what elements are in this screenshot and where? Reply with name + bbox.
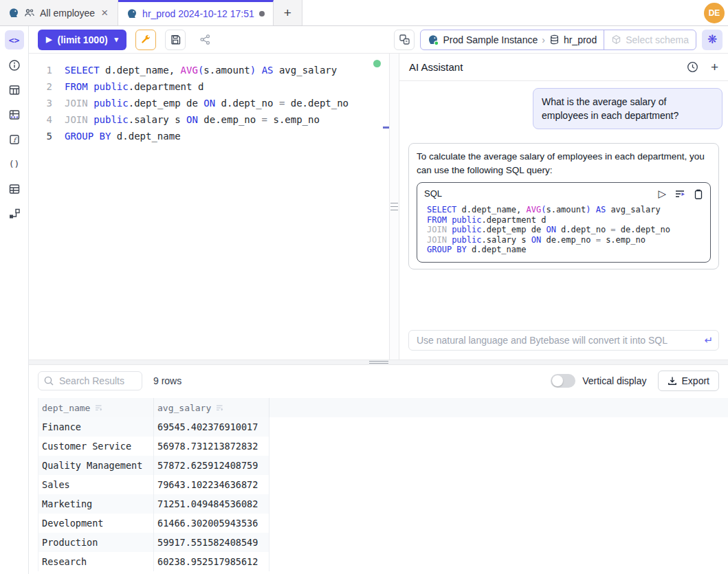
- results-panel: 9 rows Vertical display Export dept_name…: [29, 365, 728, 574]
- assistant-intro-text: To calculate the average salary of emplo…: [417, 151, 705, 175]
- editor-line[interactable]: 2FROM public.department d: [29, 78, 389, 95]
- run-code-button[interactable]: ▷: [658, 187, 666, 201]
- column-header[interactable]: dept_name: [38, 398, 154, 417]
- editor-line[interactable]: 5GROUP BY d.dept_name: [29, 128, 389, 144]
- sidebar-item-data[interactable]: [5, 105, 24, 124]
- sidebar-item-tables[interactable]: [5, 80, 24, 99]
- table-cell[interactable]: 59917.551582408549: [154, 533, 269, 552]
- table-row[interactable]: Production59917.551582408549: [38, 533, 269, 552]
- table-cell[interactable]: 71251.049484536082: [154, 494, 269, 514]
- history-clock-icon[interactable]: [687, 61, 698, 73]
- copy-code-button[interactable]: [694, 189, 703, 199]
- table-row[interactable]: Quality Management57872.625912408759: [38, 456, 269, 475]
- table-cell[interactable]: Production: [38, 533, 154, 552]
- table-cell[interactable]: 60238.952517985612: [154, 552, 269, 571]
- results-body: Finance69545.402376910017Customer Servic…: [38, 417, 728, 571]
- sort-icon[interactable]: [215, 404, 224, 412]
- tab-all-employee[interactable]: All employee ×: [0, 0, 118, 25]
- table-cell[interactable]: Finance: [38, 417, 154, 437]
- ai-code-line: JOIN public.salary s ON de.emp_no = s.em…: [427, 235, 703, 245]
- line-number: 2: [29, 78, 52, 95]
- share-icon: [199, 34, 211, 45]
- table-cell[interactable]: Marketing: [38, 494, 154, 514]
- sql-editor[interactable]: 1SELECT d.dept_name, AVG(s.amount) AS av…: [29, 54, 389, 360]
- table-cell[interactable]: Research: [38, 552, 154, 571]
- avatar[interactable]: DE: [704, 3, 725, 23]
- insert-into-editor-button[interactable]: [674, 189, 685, 199]
- ai-panel-title: AI Assistant: [409, 61, 463, 73]
- table-cell[interactable]: 69545.402376910017: [154, 417, 269, 437]
- table-cell[interactable]: Quality Management: [38, 456, 154, 475]
- close-icon[interactable]: ×: [100, 7, 109, 19]
- code-text: GROUP BY d.dept_name: [52, 128, 181, 144]
- new-chat-button[interactable]: +: [711, 60, 718, 75]
- tab-hr-prod[interactable]: hr_prod 2024-10-12 17:51: [118, 0, 274, 25]
- row-count: 9 rows: [153, 375, 181, 386]
- table-cell[interactable]: 56978.731213872832: [154, 437, 269, 456]
- ai-code-line: SELECT d.dept_name, AVG(s.amount) AS avg…: [427, 205, 703, 215]
- cube-icon: [611, 34, 621, 45]
- sidebar-item-functions[interactable]: f: [5, 130, 24, 148]
- horizontal-splitter[interactable]: [29, 360, 728, 365]
- schema-placeholder: Select schema: [626, 34, 689, 45]
- bytebase-sql-editor: All employee × hr_prod 2024-10-12 17:51 …: [0, 0, 728, 574]
- sidebar-item-views[interactable]: [5, 179, 24, 198]
- results-toolbar: 9 rows Vertical display Export: [29, 365, 728, 397]
- table-row[interactable]: Marketing71251.049484536082: [38, 494, 269, 514]
- editor-line[interactable]: 3JOIN public.dept_emp de ON d.dept_no = …: [29, 95, 389, 111]
- ai-assistant-panel: AI Assistant + What is the average salar…: [399, 54, 728, 360]
- format-sql-button[interactable]: [135, 30, 156, 50]
- breadcrumb-separator-icon: ›: [542, 34, 545, 45]
- table-cell[interactable]: Customer Service: [38, 437, 154, 456]
- sidebar-item-sql-editor[interactable]: <>: [5, 30, 24, 49]
- code-text: FROM public.department d: [52, 78, 203, 95]
- nl2sql-input[interactable]: [408, 330, 719, 351]
- return-key-icon: ↵: [704, 334, 713, 346]
- tab-label: All employee: [40, 8, 95, 19]
- table-cell[interactable]: 61466.302005943536: [154, 514, 269, 533]
- sort-icon[interactable]: [94, 404, 103, 412]
- save-sheet-button[interactable]: [165, 30, 186, 50]
- ai-code-line: JOIN public.dept_emp de ON d.dept_no = d…: [427, 225, 703, 235]
- sidebar-item-info[interactable]: [5, 56, 24, 74]
- postgres-icon: [428, 34, 439, 45]
- editor-lines: 1SELECT d.dept_name, AVG(s.amount) AS av…: [29, 62, 389, 144]
- editor-line[interactable]: 4JOIN public.salary s ON de.emp_no = s.e…: [29, 111, 389, 128]
- sidebar-item-schema-diagram[interactable]: [5, 204, 24, 223]
- table-cell[interactable]: Development: [38, 514, 154, 533]
- export-button[interactable]: Export: [658, 371, 719, 391]
- select-schema-button[interactable]: Select schema: [604, 30, 696, 49]
- database-name: hr_prod: [564, 34, 597, 45]
- connection-status-dot-icon: [373, 60, 381, 67]
- table-row[interactable]: Development61466.302005943536: [38, 514, 269, 533]
- table-cell[interactable]: 57872.625912408759: [154, 456, 269, 475]
- share-button[interactable]: [195, 30, 215, 50]
- run-query-button[interactable]: ▶ (limit 1000) ▾: [38, 30, 126, 50]
- editor-line[interactable]: 1SELECT d.dept_name, AVG(s.amount) AS av…: [29, 62, 389, 78]
- openai-assistant-button[interactable]: ❋: [702, 30, 723, 50]
- instance-database-selector[interactable]: Prod Sample Instance › hr_prod: [421, 30, 604, 49]
- overview-ruler-mark: [383, 126, 389, 129]
- table-row[interactable]: Sales79643.102234636872: [38, 475, 269, 494]
- play-icon: ▶: [46, 35, 52, 44]
- table-row[interactable]: Customer Service56978.731213872832: [38, 437, 269, 456]
- column-header[interactable]: avg_salary: [154, 398, 269, 417]
- table2-icon: [8, 183, 21, 195]
- table-row[interactable]: Research60238.952517985612: [38, 552, 269, 571]
- table-cell[interactable]: Sales: [38, 475, 154, 494]
- vertical-display-label: Vertical display: [582, 375, 646, 386]
- chevron-down-icon[interactable]: ▾: [115, 35, 119, 44]
- openai-icon: ❋: [707, 32, 717, 47]
- info-icon: [8, 59, 21, 71]
- users-icon: [24, 8, 35, 19]
- table-cell[interactable]: 79643.102234636872: [154, 475, 269, 494]
- batch-mode-button[interactable]: [394, 30, 415, 50]
- search-icon: [43, 375, 54, 386]
- table-row[interactable]: Finance69545.402376910017: [38, 417, 269, 437]
- vertical-splitter[interactable]: [389, 54, 399, 360]
- vertical-display-toggle[interactable]: [551, 374, 575, 388]
- add-tab-button[interactable]: +: [274, 0, 302, 25]
- sidebar-item-procedures[interactable]: (): [5, 155, 24, 173]
- code-text: JOIN public.salary s ON de.emp_no = s.em…: [52, 111, 320, 128]
- tab-bar: All employee × hr_prod 2024-10-12 17:51 …: [0, 0, 728, 26]
